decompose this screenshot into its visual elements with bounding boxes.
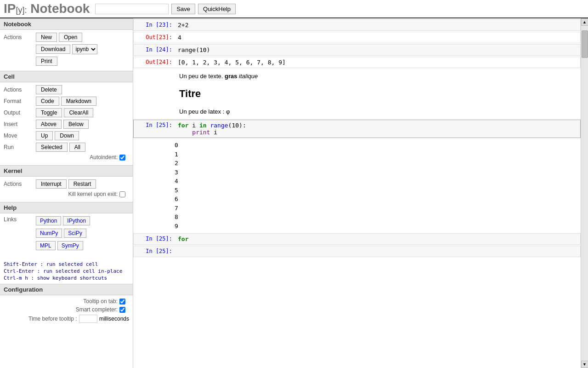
new-button[interactable]: New xyxy=(36,33,57,42)
print-row: Print xyxy=(4,57,129,66)
cell-25-in-prompt: In [25]: xyxy=(134,120,175,130)
cell-25b-in-prompt: In [25]: xyxy=(134,234,175,244)
cell-24-out-prompt: Out[24]: xyxy=(134,57,175,67)
interrupt-button[interactable]: Interrupt xyxy=(36,179,67,189)
smart-complete-checkbox[interactable] xyxy=(119,307,125,313)
autoindent-row: Autoindent: xyxy=(4,154,129,161)
output-row: Output Toggle ClearAll xyxy=(4,108,129,117)
kernel-section-header: Kernel xyxy=(0,165,133,177)
print-button[interactable]: Print xyxy=(36,57,57,66)
cell-24-in-prompt: In [24]: xyxy=(134,45,175,55)
app-logo: IP[y]: Notebook xyxy=(4,1,90,16)
download-row: Download ipynb xyxy=(4,44,129,54)
tooltip-label: Tooltip on tab: xyxy=(83,298,118,305)
tooltip-checkbox[interactable] xyxy=(119,299,125,305)
delete-button[interactable]: Delete xyxy=(36,85,62,94)
notebook-actions-label: Actions xyxy=(4,34,36,40)
format-label: Format xyxy=(4,98,36,104)
below-button[interactable]: Below xyxy=(63,120,89,129)
quickhelp-button[interactable]: QuickHelp xyxy=(198,4,236,14)
cell-25c-input[interactable]: In [25]: xyxy=(133,246,581,257)
shortcut3: Ctrl-m h : show keyboard shortcuts xyxy=(4,275,129,281)
output-1: 1 xyxy=(175,150,581,159)
run-row: Run Selected All xyxy=(4,143,129,152)
down-button[interactable]: Down xyxy=(55,131,79,140)
scipy-link[interactable]: SciPy xyxy=(64,229,86,238)
ipython-link[interactable]: IPython xyxy=(63,216,90,225)
cell-23-output-body: 4 xyxy=(175,32,580,43)
all-button[interactable]: All xyxy=(69,143,85,152)
up-button[interactable]: Up xyxy=(36,131,53,140)
links-row2: NumPy SciPy xyxy=(36,229,92,240)
clearall-button[interactable]: ClearAll xyxy=(64,108,93,117)
scrollbar-track[interactable] xyxy=(581,26,588,361)
config-section-header: Configuration xyxy=(0,284,133,295)
download-format-select[interactable]: ipynb xyxy=(72,44,97,54)
shortcuts-help: Shift-Enter : run selected cell Ctrl-Ent… xyxy=(0,259,133,284)
download-button[interactable]: Download xyxy=(36,45,70,54)
run-label: Run xyxy=(4,144,36,150)
links-label: Links xyxy=(4,216,36,223)
kill-kernel-checkbox[interactable] xyxy=(119,191,125,197)
milliseconds-label: milliseconds xyxy=(99,316,129,322)
sidebar: Notebook Actions New Open Download ipynb… xyxy=(0,18,133,368)
above-button[interactable]: Above xyxy=(36,120,62,129)
cell-25c-body[interactable] xyxy=(175,246,580,257)
cell-25-line2: print i xyxy=(178,129,577,136)
output-2: 2 xyxy=(175,159,581,168)
scroll-up-button[interactable]: ▲ xyxy=(581,18,588,26)
toggle-button[interactable]: Toggle xyxy=(36,108,62,117)
output-4: 4 xyxy=(175,177,581,186)
move-label: Move xyxy=(4,132,36,139)
cell-25c-in-prompt: In [25]: xyxy=(134,246,175,256)
time-before-input[interactable]: 1200 xyxy=(79,315,97,323)
markdown-button[interactable]: Markdown xyxy=(61,97,96,106)
output-8: 8 xyxy=(175,213,581,222)
numpy-link[interactable]: NumPy xyxy=(36,229,62,238)
python-link[interactable]: Python xyxy=(36,216,61,225)
open-button[interactable]: Open xyxy=(59,33,82,42)
cell-23-body[interactable]: 2+2 xyxy=(175,20,580,30)
tooltip-row: Tooltip on tab: xyxy=(4,298,129,305)
output-5: 5 xyxy=(175,186,581,195)
autoindent-checkbox[interactable] xyxy=(119,155,125,161)
heading-cell: Titre xyxy=(133,83,581,104)
kill-kernel-row: Kill kernel upon exit: xyxy=(4,191,129,197)
code-button[interactable]: Code xyxy=(36,97,59,106)
notebook-name-input[interactable]: My first xyxy=(95,4,169,14)
restart-button[interactable]: Restart xyxy=(68,179,96,189)
insert-row: Insert Above Below xyxy=(4,120,129,129)
cell-23-out-prompt: Out[23]: xyxy=(134,32,175,42)
cell-25b-body[interactable]: for xyxy=(175,234,580,244)
cell-25-input[interactable]: In [25]: for i in range(10): print i xyxy=(133,120,581,138)
scroll-down-button[interactable]: ▼ xyxy=(581,361,588,368)
cell-25-body[interactable]: for i in range(10): print i xyxy=(175,120,580,138)
logo-notebook: Notebook xyxy=(30,1,90,16)
sympy-link[interactable]: SymPy xyxy=(57,241,83,250)
cell-section-header: Cell xyxy=(0,71,133,82)
cell-actions: Actions Delete Format Code Markdown Outp… xyxy=(0,82,133,165)
cell-25b-input[interactable]: In [25]: for xyxy=(133,233,581,245)
cell-24-input[interactable]: In [24]: range(10) xyxy=(133,44,581,56)
right-scrollbar[interactable]: ▲ ▼ xyxy=(581,18,588,368)
cell-23-input[interactable]: In [23]: 2+2 xyxy=(133,19,581,31)
links-label-row: Links Python IPython NumPy SciPy MPL Sym… xyxy=(4,216,129,254)
links-row1: Python IPython xyxy=(36,216,92,227)
logo-ip: IP xyxy=(4,1,16,16)
cell-actions-label: Actions xyxy=(4,86,36,93)
save-button[interactable]: Save xyxy=(171,4,195,14)
shortcut1: Shift-Enter : run selected cell xyxy=(4,261,129,267)
cell-25-line1: for i in range(10): xyxy=(178,122,577,129)
cell-24-body[interactable]: range(10) xyxy=(175,45,580,55)
scrollbar-thumb[interactable] xyxy=(582,30,588,58)
mpl-link[interactable]: MPL xyxy=(36,241,56,250)
kernel-actions-label: Actions xyxy=(4,181,36,187)
notebook-content[interactable]: In [23]: 2+2 Out[23]: 4 In [24]: range(1… xyxy=(133,18,581,368)
selected-button[interactable]: Selected xyxy=(36,143,68,152)
kernel-actions: Actions Interrupt Restart Kill kernel up… xyxy=(0,177,133,202)
cell-delete-row: Actions Delete xyxy=(4,85,129,94)
logo-bracket: [y]: xyxy=(16,6,27,15)
smart-complete-label: Smart completer: xyxy=(76,306,118,313)
text-cell-paragraph: Un peu de texte. gras italique xyxy=(179,73,576,80)
output-9: 9 xyxy=(175,222,581,231)
